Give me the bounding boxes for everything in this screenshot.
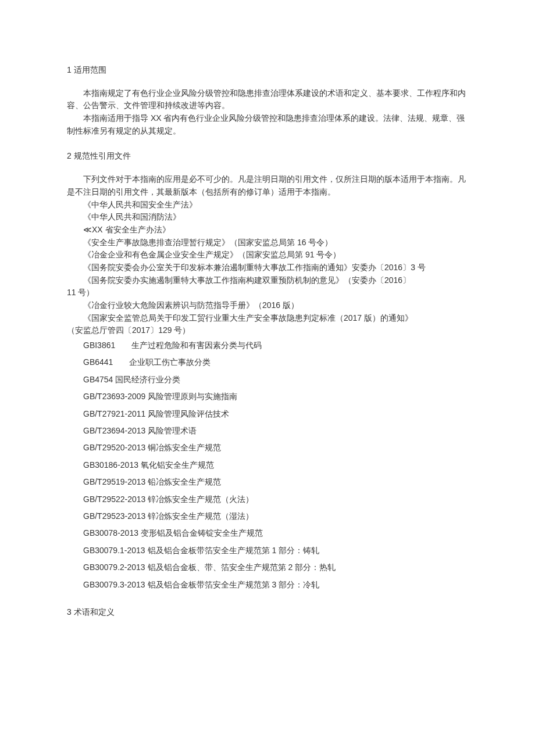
section-1: 1 适用范围 本指南规定了有色行业企业风险分级管控和隐患排查治理体系建设的术语和… [67, 64, 468, 137]
reference-item: ≪XX 省安全生产办法》 [67, 224, 468, 237]
standard-item: GB/T29523-2013 锌冶炼安全生产规范（湿法） [83, 508, 468, 525]
standard-item: GB30079.2-2013 铝及铝合金板、带、箔安全生产规范第 2 部分：热轧 [83, 559, 468, 576]
reference-item: 《国务院安委会办公室关于印发标本兼治遏制重特大事故工作指南的通知》安委办〔201… [67, 261, 468, 274]
reference-item: 《安全生产事故隐患排查治理暂行规定》（国家安监总局第 16 号令） [67, 237, 468, 249]
standard-item: GB/T23693-2009 风险管理原则与实施指南 [83, 388, 468, 405]
document-page: 1 适用范围 本指南规定了有色行业企业风险分级管控和隐患排查治理体系建设的术语和… [0, 0, 535, 664]
section-3-title: 3 术语和定义 [67, 606, 468, 619]
section-2: 2 规范性引用文件 下列文件对于本指南的应用是必不可少的。凡是注明日期的引用文件… [67, 150, 468, 593]
reference-item: 《冶金企业和有色金属企业安全生产规定》（国家安监总局第 91 号令） [67, 249, 468, 261]
reference-item-continuation: 11 号） [67, 286, 468, 299]
section-2-intro: 下列文件对于本指南的应用是必不可少的。凡是注明日期的引用文件，仅所注日期的版本适… [67, 173, 468, 198]
standard-item: GB4754 国民经济行业分类 [83, 371, 468, 388]
section-1-title: 1 适用范围 [67, 64, 468, 77]
reference-item: 《国务院安委办实施遏制重特大事故工作指南构建双重预防机制的意见》（安委办〔201… [67, 274, 468, 287]
section-2-title: 2 规范性引用文件 [67, 150, 468, 163]
standards-list: GBI3861 生产过程危险和有害因素分类与代码 GB6441 企业职工伤亡事故… [67, 337, 468, 593]
section-3: 3 术语和定义 [67, 606, 468, 619]
standard-item: GB/T23694-2013 风险管理术语 [83, 422, 468, 439]
standard-item: GB30079.1-2013 铝及铝合金板带箔安全生产规范第 1 部分：铸轧 [83, 542, 468, 559]
reference-item: 《中华人民共和国消防法》 [67, 211, 468, 224]
standard-item: GB/T29522-2013 锌冶炼安全生产规范（火法） [83, 491, 468, 508]
standard-item: GB30186-2013 氧化铝安全生产规范 [83, 457, 468, 474]
standard-item: GB30078-2013 变形铝及铝合金铸锭安全生产规范 [83, 525, 468, 542]
standard-item: GB/T27921-2011 风险管理风险评估技术 [83, 406, 468, 422]
standard-item: GBI3861 生产过程危险和有害因素分类与代码 [83, 337, 468, 354]
reference-item: 《冶金行业较大危险因素辨识与防范指导手册》（2016 版） [67, 299, 468, 312]
reference-item-continuation: （安监总厅管四〔2017〕129 号） [67, 324, 468, 337]
section-1-paragraph: 本指南规定了有色行业企业风险分级管控和隐患排查治理体系建设的术语和定义、基本要求… [67, 87, 468, 112]
standard-item: GB30079.3-2013 铝及铝合金板带箔安全生产规范第 3 部分：冷轧 [83, 576, 468, 593]
standard-item: GB/T29520-2013 铜冶炼安全生产规范 [83, 439, 468, 456]
standard-item: GB6441 企业职工伤亡事故分类 [83, 354, 468, 371]
standard-item: GB/T29519-2013 铅冶炼安全生产规范 [83, 474, 468, 490]
reference-item: 《中华人民共和国安全生产法》 [67, 199, 468, 212]
reference-item: 《国家安全监管总局关于印发工贸行业重大生产安全事故隐患判定标准（2017 版）的… [67, 312, 468, 325]
section-1-paragraph: 本指南适用于指导 XX 省内有色行业企业风险分级管控和隐患排查治理体系的建设。法… [67, 112, 468, 137]
